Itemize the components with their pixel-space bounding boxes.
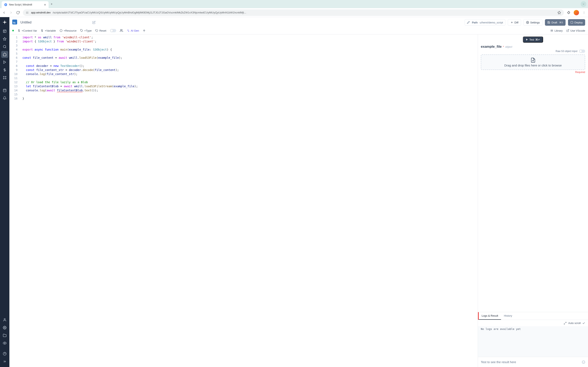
editor-toolbar: +Context Var +Variable +Resource +Type R… [9, 28, 588, 34]
svg-point-35 [144, 30, 145, 31]
sidebar-schedules-icon[interactable] [1, 87, 8, 94]
tab-history[interactable]: History [501, 312, 515, 320]
reset-button[interactable]: Reset [95, 29, 106, 32]
expand-icon[interactable] [564, 322, 567, 325]
arg-type: object [505, 45, 512, 48]
required-star: * [503, 45, 504, 48]
svg-point-17 [5, 76, 6, 77]
tabs-dropdown-button[interactable] [581, 1, 586, 7]
status-dot-icon [12, 30, 14, 31]
browser-menu-icon[interactable]: ⋮ [582, 11, 586, 14]
svg-marker-41 [526, 39, 527, 41]
back-button[interactable] [2, 11, 6, 15]
tab-logs-result[interactable]: Logs & Result [479, 312, 501, 320]
profile-avatar[interactable] [574, 10, 579, 15]
use-vscode-button[interactable]: Use VScode [566, 29, 585, 32]
editor-settings-icon[interactable] [143, 29, 146, 32]
gear-icon [526, 21, 529, 24]
svg-point-1 [26, 12, 26, 12]
sidebar-workspace-icon[interactable] [1, 28, 8, 35]
external-link-icon [566, 29, 569, 32]
path-value: u/henri/demo_script [480, 21, 503, 24]
sidebar-users-icon[interactable] [1, 317, 8, 323]
sidebar-audit-icon[interactable] [1, 340, 8, 347]
library-button[interactable]: Library [550, 29, 563, 32]
reset-icon [95, 29, 98, 32]
save-icon [547, 21, 550, 24]
play-icon [526, 38, 528, 41]
deploy-button[interactable]: Deploy [568, 19, 585, 26]
url-host: app.windmill.dev [31, 11, 51, 14]
svg-line-40 [568, 30, 569, 31]
sidebar-triggers-icon[interactable] [1, 95, 8, 101]
path-display[interactable]: Path u/henri/demo_script [465, 19, 505, 26]
windmill-favicon-icon [4, 3, 7, 6]
add-context-var-button[interactable]: +Context Var [17, 29, 37, 32]
dollar-icon [17, 29, 20, 32]
sidebar-help-icon[interactable] [1, 350, 8, 357]
svg-point-18 [3, 78, 4, 79]
file-dropzone[interactable]: Drag and drop files here or click to bro… [481, 54, 585, 70]
svg-point-16 [3, 76, 4, 77]
svg-marker-11 [3, 38, 6, 40]
wand-icon [127, 29, 130, 32]
browser-tab[interactable]: New Script | Windmill ✕ [2, 1, 49, 8]
bookmark-icon[interactable] [557, 11, 561, 15]
sidebar-home-icon[interactable] [1, 51, 8, 58]
script-title-input[interactable] [20, 21, 90, 24]
svg-rect-8 [3, 30, 6, 33]
code-editor[interactable]: 12345678910111213141516 import * as wmil… [9, 34, 478, 367]
svg-line-43 [565, 322, 566, 323]
svg-point-12 [3, 45, 6, 48]
edit-title-icon[interactable] [92, 21, 95, 24]
browser-tabstrip: New Script | Windmill ✕ + [0, 0, 588, 8]
assistant-toggle[interactable] [110, 29, 116, 32]
add-resource-button[interactable]: +Resource [60, 29, 77, 32]
diff-button[interactable]: Diff [508, 19, 521, 26]
raw-s3-toggle[interactable] [579, 50, 585, 53]
sidebar-expand-icon[interactable] [1, 358, 8, 365]
settings-button[interactable]: Settings [523, 19, 543, 26]
draft-button[interactable]: Draft ⌘S [545, 19, 566, 26]
auto-scroll-label: Auto scroll [568, 322, 581, 325]
typescript-badge-icon: TS [12, 20, 18, 25]
close-icon[interactable]: ✕ [44, 3, 46, 6]
sidebar-folders-icon[interactable] [1, 332, 8, 339]
address-bar[interactable]: app.windmill.dev/scripts/add#JTdCJTIyaGF… [23, 9, 564, 16]
pencil-icon [467, 21, 470, 24]
url-path: /scripts/add#JTdCJTIyaGFzaCUyMiUzQSUyMiU… [53, 11, 246, 14]
svg-point-26 [4, 343, 5, 344]
line-gutter: 12345678910111213141516 [9, 34, 20, 367]
dollar-icon [41, 29, 43, 32]
dropzone-text: Drag and drop files here or click to bro… [504, 64, 562, 67]
add-variable-button[interactable]: +Variable [41, 29, 56, 32]
path-label: Path [472, 21, 477, 24]
test-button[interactable]: Test ⌘↵ [523, 36, 543, 43]
info-icon[interactable] [582, 360, 585, 364]
sidebar-runs-icon[interactable] [1, 59, 8, 66]
browser-tab-title: New Script | Windmill [9, 3, 32, 6]
svg-point-4 [27, 13, 27, 13]
new-tab-button[interactable]: + [51, 2, 52, 6]
arg-name: example_file [481, 45, 502, 49]
sidebar-resources-icon[interactable] [1, 74, 8, 81]
sidebar-star-icon[interactable] [1, 35, 8, 42]
forward-button[interactable] [9, 11, 13, 15]
collab-icon[interactable] [120, 29, 123, 32]
sidebar-variables-icon[interactable] [1, 67, 8, 73]
required-label: Required [481, 71, 585, 74]
result-area: Test to see the result here [478, 357, 588, 367]
site-settings-icon[interactable] [26, 11, 29, 14]
gear-icon [143, 29, 146, 32]
extensions-icon[interactable] [567, 11, 571, 15]
ai-gen-button[interactable]: AI Gen [127, 29, 139, 32]
check-icon[interactable] [582, 322, 585, 325]
add-type-button[interactable]: +Type [80, 29, 92, 32]
sidebar-settings-icon[interactable] [1, 324, 8, 331]
box-icon [60, 29, 62, 32]
code-content[interactable]: import * as wmill from 'windmill-client'… [20, 34, 140, 367]
windmill-logo-icon[interactable] [2, 19, 8, 25]
logs-output: No logs are available yet [478, 326, 588, 357]
reload-button[interactable] [16, 11, 20, 15]
sidebar-search-icon[interactable] [1, 43, 8, 50]
